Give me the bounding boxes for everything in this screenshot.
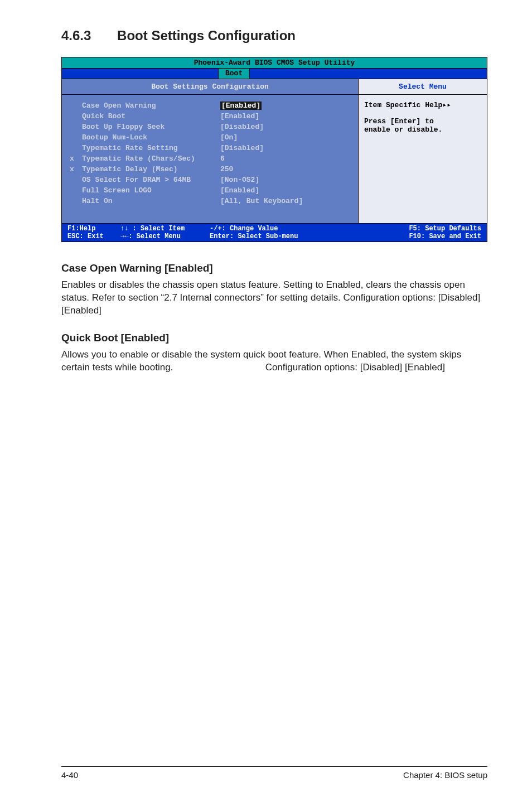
bios-setting-value: 6: [220, 154, 225, 163]
bios-panel-title: Boot Settings Configuration: [62, 79, 359, 95]
body-paragraph: Enables or disables the chassis open sta…: [61, 279, 487, 317]
bios-footer-key: F10: Save and Exit: [332, 233, 481, 240]
bios-setting-value: [Enabled]: [220, 102, 262, 110]
bios-setting-label-text: Bootup Num-Lock: [82, 133, 147, 142]
bios-setting-value: [Enabled]: [220, 112, 259, 120]
bios-setting-row: xTypematic Delay (Msec)250: [70, 165, 350, 173]
bios-setting-label: OS Select For DRAM > 64MB: [70, 176, 220, 184]
bios-setting-label-text: Quick Boot: [82, 112, 125, 120]
bios-setting-label: Typematic Rate Setting: [70, 144, 220, 152]
bios-setting-label: Boot Up Floppy Seek: [70, 123, 220, 131]
bios-setting-row: Full Screen LOGO[Enabled]: [70, 186, 350, 195]
bios-footer-key: F5: Setup Defaults: [332, 225, 481, 233]
section-number: 4.6.3: [61, 28, 91, 43]
bios-setting-value: [Disabled]: [220, 144, 264, 152]
bios-footer-key: ↑↓ : Select Item: [120, 225, 210, 233]
bios-setting-row: Boot Up Floppy Seek[Disabled]: [70, 123, 350, 131]
bios-setting-row: Bootup Num-Lock[On]: [70, 133, 350, 142]
bios-setting-label-text: Halt On: [82, 197, 113, 205]
section-heading: 4.6.3 Boot Settings Configuration: [61, 28, 487, 44]
bios-setting-label-text: Full Screen LOGO: [82, 186, 152, 195]
bios-setting-label: Halt On: [70, 197, 220, 205]
bios-footer-key: -/+: Change Value: [210, 225, 332, 233]
bios-setting-value: [All, But Keyboard]: [220, 197, 303, 205]
bios-help-line: Item Specific Help▸▸: [364, 100, 481, 109]
bios-row-prefix: x: [70, 165, 82, 173]
body-paragraph: Allows you to enable or disable the syst…: [61, 349, 487, 374]
bios-setting-row: Halt On[All, But Keyboard]: [70, 197, 350, 205]
bios-setting-label-text: Typematic Delay (Msec): [82, 165, 178, 173]
bios-footer-key: F1:Help: [67, 225, 120, 233]
bios-setting-label: Quick Boot: [70, 112, 220, 120]
bios-setting-label-text: Boot Up Floppy Seek: [82, 123, 165, 131]
bios-setting-row: OS Select For DRAM > 64MB[Non-OS2]: [70, 176, 350, 184]
subsection-heading: Case Open Warning [Enabled]: [61, 262, 487, 274]
bios-help-line: enable or disable.: [364, 125, 481, 134]
bios-settings-list: Case Open Warning[Enabled]Quick Boot[Ena…: [62, 95, 359, 223]
bios-footer-key: Enter: Select Sub-menu: [210, 233, 332, 240]
bios-setting-label: Full Screen LOGO: [70, 186, 220, 195]
bios-footer-key: ESC: Exit: [67, 233, 120, 240]
bios-footer-bar: F1:Help ESC: Exit ↑↓ : Select Item →←: S…: [62, 223, 487, 241]
bios-setting-row: xTypematic Rate (Chars/Sec)6: [70, 154, 350, 163]
bios-tab-boot: Boot: [218, 69, 250, 79]
bios-setting-row: Case Open Warning[Enabled]: [70, 102, 350, 110]
bios-setting-value: [Disabled]: [220, 123, 264, 131]
bios-setting-value: [Non-OS2]: [220, 176, 259, 184]
bios-setting-label: xTypematic Delay (Msec): [70, 165, 220, 173]
bios-setting-value: [Enabled]: [220, 186, 259, 195]
bios-setting-label-text: Typematic Rate Setting: [82, 144, 178, 152]
bios-setting-label-text: OS Select For DRAM > 64MB: [82, 176, 191, 184]
bios-footer-key: →←: Select Menu: [120, 233, 210, 240]
section-title: Boot Settings Configuration: [117, 28, 296, 43]
page-number: 4-40: [61, 770, 78, 780]
bios-setting-label-text: Case Open Warning: [82, 102, 156, 110]
bios-menu-bar: Boot: [62, 69, 487, 79]
bios-help-title: Select Menu: [359, 79, 487, 95]
bios-setting-label-text: Typematic Rate (Chars/Sec): [82, 154, 195, 163]
bios-help-line: Press [Enter] to: [364, 117, 481, 125]
bios-screenshot: Phoenix-Award BIOS CMOS Setup Utility Bo…: [61, 57, 487, 242]
bios-setting-label: xTypematic Rate (Chars/Sec): [70, 154, 220, 163]
bios-setting-label: Case Open Warning: [70, 102, 220, 110]
subsection-heading: Quick Boot [Enabled]: [61, 332, 487, 344]
bios-row-prefix: x: [70, 154, 82, 163]
page-footer: 4-40 Chapter 4: BIOS setup: [61, 766, 487, 780]
bios-setting-row: Quick Boot[Enabled]: [70, 112, 350, 120]
bios-setting-row: Typematic Rate Setting[Disabled]: [70, 144, 350, 152]
bios-setting-value: 250: [220, 165, 233, 173]
bios-help-body: Item Specific Help▸▸ Press [Enter] to en…: [359, 95, 487, 223]
bios-setting-label: Bootup Num-Lock: [70, 133, 220, 142]
bios-title-bar: Phoenix-Award BIOS CMOS Setup Utility: [62, 57, 487, 69]
bios-setting-value: [On]: [220, 133, 238, 142]
page-chapter: Chapter 4: BIOS setup: [403, 770, 487, 780]
